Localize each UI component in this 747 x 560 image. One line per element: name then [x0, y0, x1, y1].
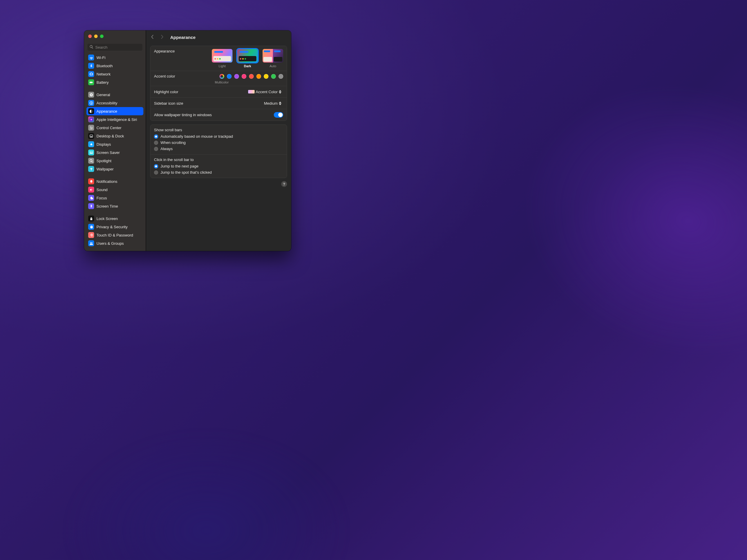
search-input[interactable] [95, 45, 145, 50]
appearance-option-light[interactable]: Light [212, 49, 232, 68]
sidebar-icon-size-popup[interactable]: Medium [263, 101, 283, 106]
sidebar-item-label: Displays [97, 142, 111, 146]
sidebar-item-wi-fi[interactable]: Wi-Fi [86, 53, 144, 62]
scroll-bar-click-option-1[interactable]: Jump to the spot that's clicked [154, 170, 283, 175]
hand-icon [88, 224, 94, 230]
sidebar-item-users-groups[interactable]: Users & Groups [86, 239, 144, 247]
sidebar-item-label: Appearance [97, 109, 117, 113]
wallpaper-tinting-label: Allow wallpaper tinting in windows [154, 113, 274, 117]
show-scroll-bars-option-1[interactable]: When scrolling [154, 140, 283, 145]
forward-button[interactable] [160, 34, 166, 40]
sidebar-item-control-center[interactable]: Control Center [86, 124, 144, 132]
appearance-icon [88, 108, 94, 114]
sidebar-item-label: Network [97, 72, 111, 76]
window-controls [84, 30, 146, 42]
wallpaper-tinting-toggle[interactable] [274, 112, 283, 118]
fingerprint-icon [88, 232, 94, 238]
hourglass-icon [88, 203, 94, 209]
accent-blue[interactable] [227, 74, 232, 79]
moon-icon [88, 195, 94, 201]
sidebar-item-label: Screen Time [97, 204, 118, 209]
sidebar-item-label: Sound [97, 188, 108, 192]
appearance-panel: Appearance LightDarkAuto Accent color Mu… [150, 46, 287, 121]
accent-red[interactable] [249, 74, 254, 79]
wifi-icon [88, 55, 94, 60]
accent-graphite[interactable] [279, 74, 283, 79]
sidebar-item-desktop-dock[interactable]: Desktop & Dock [86, 132, 144, 140]
accent-green[interactable] [271, 74, 276, 79]
sidebar-item-displays[interactable]: Displays [86, 140, 144, 148]
sidebar-item-wallpaper[interactable]: Wallpaper [86, 165, 144, 173]
sidebar-item-label: Accessibility [97, 101, 118, 105]
accent-yellow[interactable] [264, 74, 268, 79]
accent-swatches [220, 74, 283, 79]
close-icon[interactable] [88, 34, 92, 38]
sidebar-item-screen-time[interactable]: Screen Time [86, 202, 144, 210]
svg-point-5 [91, 128, 92, 129]
svg-point-4 [92, 127, 92, 128]
svg-point-8 [91, 145, 91, 145]
help-button[interactable]: ? [281, 181, 287, 187]
show-scroll-bars-option-0[interactable]: Automatically based on mouse or trackpad [154, 134, 283, 139]
sidebar-item-privacy-security[interactable]: Privacy & Security [86, 223, 144, 231]
sidebar-item-bluetooth[interactable]: Bluetooth [86, 62, 144, 70]
sidebar-item-notifications[interactable]: Notifications [86, 177, 144, 186]
sidebar-item-label: General [97, 92, 110, 97]
minimize-icon[interactable] [94, 34, 98, 38]
sidebar-icon-size-value: Medium [264, 101, 278, 106]
sidebar-item-label: Focus [97, 196, 107, 200]
back-button[interactable] [150, 34, 156, 40]
sidebar-item-general[interactable]: General [86, 90, 144, 99]
sidebar-item-apple-intelligence-siri[interactable]: Apple Intelligence & Siri [86, 115, 144, 124]
speaker-icon [88, 187, 94, 192]
appearance-label: Appearance [154, 49, 212, 53]
highlight-color-popup[interactable]: Accent Color [247, 89, 283, 95]
svg-point-11 [90, 242, 91, 244]
accent-orange[interactable] [256, 74, 261, 79]
appearance-option-label: Light [218, 64, 226, 68]
search-field[interactable] [87, 43, 143, 51]
radio-label: Jump to the spot that's clicked [160, 170, 212, 175]
sidebar-item-battery[interactable]: Battery [86, 78, 144, 86]
sidebar-item-sound[interactable]: Sound [86, 186, 144, 194]
sliders-icon [88, 125, 94, 131]
accent-pink[interactable] [241, 74, 246, 79]
sidebar-item-touch-id-password[interactable]: Touch ID & Password [86, 231, 144, 239]
appearance-option-dark[interactable]: Dark [237, 49, 258, 68]
sidebar-item-network[interactable]: Network [86, 70, 144, 78]
sidebar-item-lock-screen[interactable]: Lock Screen [86, 214, 144, 223]
radio-label: When scrolling [160, 140, 186, 145]
sidebar-list: Wi-FiBluetoothNetworkBatteryGeneralAcces… [84, 53, 146, 251]
sidebar-item-appearance[interactable]: Appearance [86, 107, 144, 115]
appearance-options: LightDarkAuto [212, 49, 283, 68]
radio-label: Jump to the next page [160, 164, 199, 168]
lock-icon [88, 216, 94, 221]
sidebar-item-screen-saver[interactable]: Screen Saver [86, 148, 144, 157]
show-scroll-bars: Show scroll barsAutomatically based on m… [151, 125, 287, 154]
show-scroll-bars-option-2[interactable]: Always [154, 146, 283, 151]
accent-multicolor[interactable] [220, 74, 224, 79]
radio-icon [154, 164, 158, 168]
sidebar-item-label: Control Center [97, 126, 122, 130]
svg-rect-7 [90, 136, 92, 137]
screensaver-icon [88, 150, 94, 155]
dock-icon [88, 133, 94, 139]
globe-icon [88, 71, 94, 77]
highlight-value: Accent Color [256, 90, 278, 94]
bluetooth-icon [88, 63, 94, 69]
zoom-icon[interactable] [100, 34, 104, 38]
system-settings-window: Wi-FiBluetoothNetworkBatteryGeneralAcces… [84, 30, 291, 251]
radio-label: Always [160, 146, 173, 151]
sidebar-item-focus[interactable]: Focus [86, 194, 144, 202]
sidebar-item-label: Wi-Fi [97, 55, 105, 60]
radio-label: Automatically based on mouse or trackpad [160, 134, 233, 139]
sidebar-item-spotlight[interactable]: Spotlight [86, 157, 144, 165]
sidebar-item-accessibility[interactable]: Accessibility [86, 99, 144, 107]
svg-point-2 [89, 118, 93, 121]
sidebar-item-label: Notifications [97, 179, 118, 184]
sidebar-item-label: Users & Groups [97, 241, 124, 246]
scroll-bar-click-option-0[interactable]: Jump to the next page [154, 164, 283, 169]
accent-purple[interactable] [234, 74, 239, 79]
gear-icon [88, 92, 94, 98]
appearance-option-auto[interactable]: Auto [263, 49, 283, 68]
